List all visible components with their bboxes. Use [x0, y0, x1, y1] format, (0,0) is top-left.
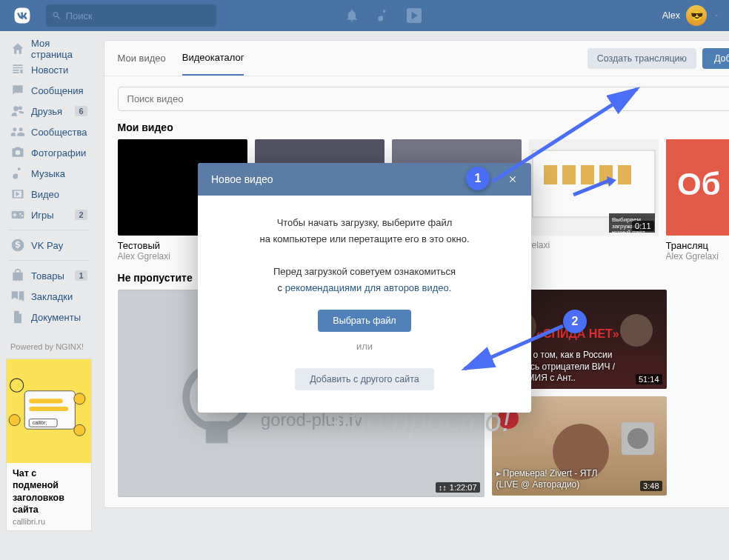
nav-badge: 1 [75, 270, 87, 281]
nav-label: Закладки [31, 291, 73, 302]
duration-badge: 0:11 [632, 221, 653, 231]
video-icon [10, 187, 25, 201]
sidebar-item-home[interactable]: Моя страница [6, 39, 92, 59]
music-icon [10, 166, 25, 181]
modal-or: или [220, 341, 509, 352]
sidebar-item-games[interactable]: Игры2 [6, 204, 92, 225]
sidebar: Моя страницаНовостиСообщенияДрузья6Сообщ… [0, 31, 95, 539]
svg-rect-3 [29, 399, 62, 403]
nav-label: Музыка [31, 168, 65, 179]
nav-label: Фотографии [31, 147, 86, 159]
ad-block[interactable]: callibr; Чат с подменой заголовков сайта… [6, 359, 92, 531]
divider [9, 260, 89, 261]
goods-icon [10, 268, 25, 283]
sidebar-item-friends[interactable]: Друзья6 [6, 101, 92, 121]
recommendations-link[interactable]: рекомендациями для авторов видео [285, 282, 449, 293]
modal-text: Чтобы начать загрузку, выберите файл на … [220, 215, 509, 296]
nav-label: Друзья [31, 106, 62, 117]
home-icon [10, 41, 25, 56]
close-icon[interactable] [507, 174, 518, 184]
section-my-videos: Мои видео [104, 121, 729, 139]
friends-icon [10, 104, 25, 119]
app-header: Alex 😎 [0, 0, 729, 31]
nav-label: Товары [31, 270, 64, 281]
sidebar-item-msg[interactable]: Сообщения [6, 80, 92, 101]
modal-title: Новое видео [211, 173, 273, 185]
video-card[interactable]: Выбираемзагружаемнужный файл0:11relaxi [529, 139, 659, 261]
ad-title: Чат с подменой заголовков сайта [7, 463, 91, 517]
svg-rect-12 [544, 165, 557, 184]
ad-source: callibri.ru [7, 517, 91, 530]
nav-badge: 6 [75, 106, 87, 116]
sidebar-item-groups[interactable]: Сообщества [6, 121, 92, 142]
video-search-input[interactable] [118, 87, 729, 111]
nav-label: VK Pay [31, 240, 63, 251]
annotation-2: 2 [563, 310, 587, 333]
divider [9, 230, 89, 230]
video-author: Alex Ggrelaxi [666, 251, 729, 261]
video-title: ▸ Премьера! Zivert - ЯТЛ (LIVE @ Авторад… [496, 468, 622, 491]
user-menu[interactable]: Alex 😎 [662, 5, 720, 26]
nav-badge: 2 [75, 210, 87, 220]
nav-label: Видео [31, 189, 59, 200]
username: Alex [662, 10, 680, 21]
nav-label: Новости [31, 64, 68, 76]
tabs: Мои видео Видеокаталог Создать трансляци… [104, 41, 729, 76]
new-video-modal: Новое видео Чтобы начать загрузку, выбер… [198, 163, 531, 413]
sidebar-item-news[interactable]: Новости [6, 59, 92, 80]
msg-icon [10, 83, 25, 98]
bookmarks-icon [10, 289, 25, 304]
svg-rect-14 [581, 165, 594, 184]
tab-my-videos[interactable]: Мои видео [118, 41, 166, 75]
add-from-site-button[interactable]: Добавить с другого сайта [295, 368, 433, 390]
docs-icon [10, 310, 25, 324]
powered-by: Powered by NGINX! [10, 342, 92, 351]
global-search[interactable] [46, 4, 216, 27]
sidebar-item-goods[interactable]: Товары1 [6, 265, 92, 286]
tab-video-catalog[interactable]: Видеокаталог [182, 41, 244, 76]
sidebar-item-video[interactable]: Видео [6, 184, 92, 204]
svg-rect-4 [29, 407, 68, 411]
nav-label: Документы [31, 312, 81, 323]
svg-point-30 [620, 314, 653, 347]
nav-label: Моя страница [31, 38, 87, 60]
nav-label: Сообщения [31, 85, 84, 96]
create-stream-button[interactable]: Создать трансляцию [587, 48, 696, 69]
sidebar-item-music[interactable]: Музыка [6, 163, 92, 184]
search-input[interactable] [66, 10, 210, 21]
svg-point-8 [9, 415, 20, 426]
sidebar-item-pay[interactable]: VK Pay [6, 235, 92, 256]
sidebar-item-photos[interactable]: Фотографии [6, 142, 92, 163]
video-icon[interactable] [407, 8, 422, 23]
news-icon [10, 62, 25, 77]
duration-badge: 51:14 [636, 374, 662, 384]
duration-badge: 3:48 [640, 481, 662, 491]
svg-point-7 [74, 393, 85, 404]
svg-rect-13 [562, 165, 576, 184]
pay-icon [10, 238, 25, 253]
add-video-button[interactable]: Добавить видео [702, 48, 729, 69]
video-title: Трансляц [666, 240, 729, 251]
nav-label: Игры [31, 210, 54, 221]
sidebar-item-docs[interactable]: Документы [6, 307, 92, 327]
svg-rect-25 [205, 421, 227, 444]
svg-text:callibr;: callibr; [33, 420, 47, 425]
sidebar-item-bookmarks[interactable]: Закладки [6, 286, 92, 307]
music-icon[interactable] [376, 8, 390, 23]
svg-text:Об: Об [677, 167, 721, 201]
svg-point-34 [628, 428, 648, 449]
duration-badge: ↕↕1:22:07 [436, 482, 480, 493]
select-file-button[interactable]: Выбрать файл [318, 310, 410, 332]
ad-image: callibr; [7, 359, 91, 463]
games-icon [10, 207, 25, 222]
bell-icon[interactable] [344, 8, 359, 23]
video-card[interactable]: ОбТрансляцAlex Ggrelaxi [666, 139, 729, 261]
avatar: 😎 [686, 5, 707, 26]
video-author: relaxi [529, 240, 659, 250]
svg-point-9 [74, 424, 85, 436]
groups-icon [10, 124, 25, 139]
nav-label: Сообщества [31, 127, 87, 138]
photos-icon [10, 145, 25, 160]
vk-logo-icon[interactable] [12, 5, 33, 26]
search-icon [52, 10, 61, 21]
